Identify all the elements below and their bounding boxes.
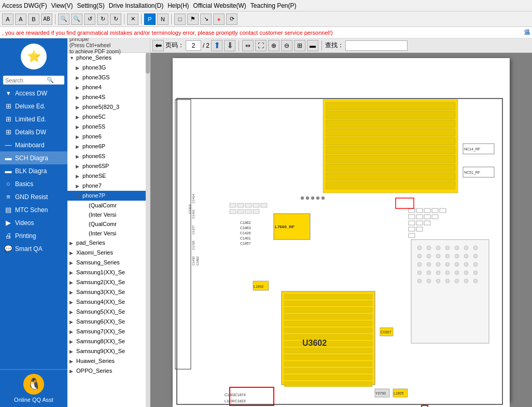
- btn-b[interactable]: B: [28, 13, 39, 25]
- tree-node[interactable]: (Inter Versi: [67, 229, 146, 238]
- svg-rect-66: [409, 208, 415, 213]
- btn-red[interactable]: ●: [213, 13, 225, 25]
- sidebar-item-printing[interactable]: 🖨 Printing: [0, 229, 67, 242]
- menu-access-dwg[interactable]: Access DWG(F): [2, 2, 47, 9]
- tree-node[interactable]: (QualComr: [67, 219, 146, 229]
- svg-point-89: [417, 254, 422, 258]
- btn-refresh[interactable]: ⟳: [226, 13, 237, 25]
- tree-node[interactable]: ▶ Samsung4(XX)_Se: [67, 297, 146, 307]
- btn-zoom-out-viewer[interactable]: ⊖: [281, 40, 292, 51]
- tree-node[interactable]: ▶ Samsung_Series: [67, 258, 146, 268]
- sidebar-item-mtc[interactable]: ▤ MTC Schen: [0, 203, 67, 216]
- tree-node[interactable]: (QualComr: [67, 201, 146, 210]
- tree-node[interactable]: ▶ phone7: [67, 181, 146, 191]
- pdf-canvas[interactable]: WLAN_RF: [150, 53, 532, 407]
- btn-x[interactable]: ✕: [127, 13, 138, 25]
- tree-scrollbar-thumb[interactable]: [146, 53, 150, 74]
- btn-rotate-right2[interactable]: ↻: [110, 13, 121, 25]
- menu-help[interactable]: Help(H): [167, 2, 189, 9]
- btn-p[interactable]: P: [144, 13, 156, 25]
- tree-node[interactable]: ▶ OPPO_Series: [67, 366, 146, 376]
- tree-node[interactable]: ▶ phoneSE: [67, 171, 146, 181]
- tree-node[interactable]: ▶ phone3GS: [67, 73, 146, 82]
- tree-node[interactable]: ▶ Huawei_Series: [67, 356, 146, 366]
- tree-arrow-icon: ▶: [69, 259, 75, 267]
- tree-scroll[interactable]: ▼ phone_Series▶ phone3G▶ phone3GS▶ phone…: [67, 53, 150, 407]
- viewer-sep-2: [321, 40, 322, 51]
- tree-node[interactable]: ▶ Samsung3(XX)_Se: [67, 287, 146, 297]
- svg-rect-6: [326, 120, 455, 128]
- sidebar-item-mainboard[interactable]: — Mainboard: [0, 138, 67, 151]
- sidebar-item-smartqa[interactable]: 💬 Smart QA: [0, 242, 67, 255]
- btn-a2[interactable]: A: [15, 13, 26, 25]
- tree-node[interactable]: ▶ phone6P: [67, 142, 146, 151]
- qq-icon[interactable]: 🐧: [23, 374, 44, 395]
- tree-node[interactable]: ▶ phone5C: [67, 112, 146, 122]
- sidebar-item-videos[interactable]: ▶ Videos: [0, 216, 67, 229]
- svg-point-109: [473, 271, 478, 275]
- btn-n[interactable]: N: [157, 13, 169, 25]
- svg-rect-70: [409, 233, 415, 237]
- page-input[interactable]: [186, 40, 201, 51]
- tree-node[interactable]: ▶ phone4S: [67, 92, 146, 102]
- tree-node[interactable]: ▶ phone3G: [67, 63, 146, 73]
- svg-text:U3602: U3602: [302, 339, 327, 347]
- menu-view[interactable]: View(V): [51, 2, 73, 9]
- svg-rect-49: [284, 361, 372, 367]
- sidebar-item-deluxe[interactable]: ⊞ Deluxe Ed.: [0, 100, 67, 113]
- search-input[interactable]: [5, 77, 47, 83]
- tree-node[interactable]: ▶ phone6S: [67, 151, 146, 161]
- btn-rotate-right[interactable]: ↻: [97, 13, 108, 25]
- sidebar-item-gnd[interactable]: ≡ GND Resist: [0, 190, 67, 203]
- tree-node[interactable]: ▶ Samsung2(XX)_Se: [67, 277, 146, 287]
- sidebar-item-blk[interactable]: ▬ BLK Diagra: [0, 164, 67, 177]
- tree-node[interactable]: ▶ phone6: [67, 132, 146, 142]
- btn-fit-page[interactable]: ⛶: [255, 40, 267, 51]
- btn-page-up[interactable]: ⬆: [211, 40, 222, 51]
- tree-node[interactable]: ▶ Samsung9(XX)_Se: [67, 346, 146, 356]
- tree-node[interactable]: ▶ Samsung5(XX)_Se: [67, 307, 146, 317]
- tree-node[interactable]: ▼ phone_Series: [67, 53, 146, 63]
- tree-scrollbar[interactable]: [146, 53, 150, 407]
- sidebar-item-limited[interactable]: ⊞ Limited Ed.: [0, 113, 67, 125]
- menu-website[interactable]: Official Website(W): [193, 2, 246, 9]
- btn-zoom-out[interactable]: 🔍: [58, 13, 69, 25]
- btn-rect[interactable]: □: [174, 13, 186, 25]
- btn-zoom-full[interactable]: ⊞: [294, 40, 305, 51]
- btn-arr[interactable]: ↘: [200, 13, 212, 25]
- sidebar-item-access[interactable]: ▾ Access DW: [0, 87, 67, 100]
- sidebar-item-basics[interactable]: ○ Basics: [0, 177, 67, 190]
- menu-setting[interactable]: Setting(S): [77, 2, 104, 9]
- tree-node[interactable]: ▶ Xiaomi_Series: [67, 248, 146, 258]
- btn-flag[interactable]: ⚑: [187, 13, 199, 25]
- tree-node[interactable]: ▶ phone4: [67, 82, 146, 92]
- svg-point-108: [464, 271, 468, 275]
- tree-node[interactable]: ▶ phone5(820_3: [67, 102, 146, 112]
- btn-zoom-in-viewer[interactable]: ⊕: [268, 40, 279, 51]
- search-box[interactable]: 🔍: [3, 76, 64, 85]
- btn-prev-section[interactable]: ⬅: [152, 40, 164, 51]
- sidebar-item-details[interactable]: ⊞ Details DW: [0, 125, 67, 138]
- menu-drive[interactable]: Drive Installation(D): [109, 2, 163, 9]
- tree-node[interactable]: ▶ phone5S: [67, 122, 146, 132]
- tree-node[interactable]: ▼ phone7P: [67, 191, 146, 201]
- btn-zoom-in[interactable]: 🔍: [71, 13, 82, 25]
- tree-node[interactable]: ▶ Samsung8(XX)_Se: [67, 336, 146, 346]
- svg-rect-76: [424, 215, 430, 219]
- menu-teaching[interactable]: Teaching Pen(P): [250, 2, 297, 9]
- tree-node[interactable]: ▶ pad_Series: [67, 238, 146, 248]
- sidebar-item-sch[interactable]: ▬ SCH Diagra: [0, 151, 67, 164]
- btn-ab[interactable]: AB: [41, 13, 52, 25]
- search-icon[interactable]: 🔍: [47, 77, 54, 83]
- tree-node[interactable]: ▶ phone6SP: [67, 161, 146, 171]
- btn-page-down[interactable]: ⬇: [224, 40, 235, 51]
- tree-node[interactable]: ▶ Samsung1(XX)_Se: [67, 268, 146, 277]
- btn-fit-width[interactable]: ⇔: [242, 40, 254, 51]
- tree-node[interactable]: (Inter Versi: [67, 210, 146, 219]
- tree-node[interactable]: ▶ Samsung7(XX)_Se: [67, 327, 146, 336]
- viewer-search-input[interactable]: [345, 40, 408, 51]
- btn-rotate-left[interactable]: ↺: [84, 13, 95, 25]
- tree-node[interactable]: ▶ Samsung6(XX)_Se: [67, 317, 146, 327]
- btn-a[interactable]: A: [2, 13, 13, 25]
- btn-view-mode[interactable]: ▬: [307, 40, 318, 51]
